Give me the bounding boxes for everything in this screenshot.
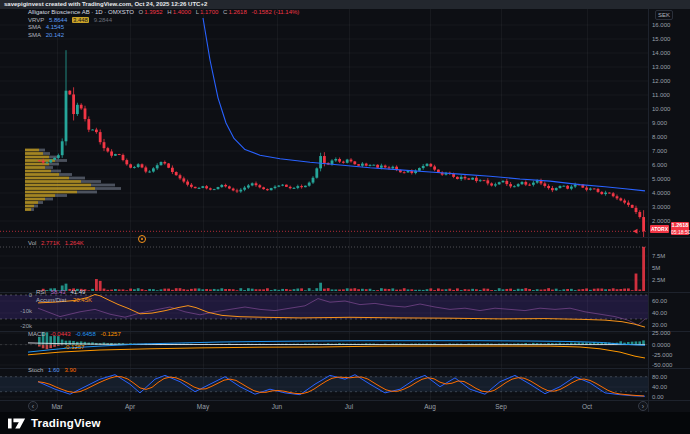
scroll-left-button[interactable]: ‹ [28,401,38,411]
tradingview-window: savepiginvest created with TradingView.c… [0,0,690,434]
open-value: 1.3952 [144,9,162,15]
rsi-label: RSI [36,289,46,295]
symbol-title: Alligator Bioscience AB · 1D · OMXSTO [28,9,134,15]
macd-label: MACD [28,331,46,337]
macd-value-1: -0.0443 [50,331,70,337]
accdist-legend-row[interactable]: Accum/Dist -20.45K [36,297,92,305]
high-key: H [167,9,171,15]
last-price-badge: 1.2618 05:18:50 [671,222,689,235]
high-value: 1.4000 [173,9,191,15]
low-key: L [196,9,199,15]
chart-canvas[interactable] [0,0,690,412]
change-value: -0.1582 (-11.14%) [251,9,299,15]
vrvp-value-1: 5.8644 [49,17,67,23]
footer-bar: TradingView [0,412,690,434]
sma1-value: 4.1545 [46,24,64,30]
close-value: 1.2618 [228,9,246,15]
open-key: O [139,9,144,15]
rsi-legend-row[interactable]: RSI 58.43 41.49 [36,289,85,297]
stoch-label: Stoch [28,367,43,373]
volume-legend-row[interactable]: Vol 2.771K 1.264K [28,240,87,248]
stoch-value-1: 1.60 [48,367,60,373]
sma2-value: 20.142 [46,32,64,38]
time-scale[interactable] [0,400,648,412]
sma1-legend-row[interactable]: SMA 4.1545 [28,24,302,32]
tradingview-brand[interactable]: TradingView [31,417,101,429]
rsi-value-1: 58.43 [51,289,66,295]
vrvp-value-2: 9.2844 [94,17,112,23]
macd-float-label: -0.1257 [64,344,84,350]
symbol-legend-row[interactable]: Alligator Bioscience AB · 1D · OMXSTO O1… [28,9,302,17]
last-price-value: 1.2618 [671,222,689,229]
sma2-label: SMA [28,32,41,38]
vrvp-poc-value: 3.448 [72,17,89,23]
macd-value-3: -0.1257 [100,331,120,337]
accdist-label: Accum/Dist [36,297,66,303]
currency-chip[interactable]: SEK [655,10,673,20]
price-scale[interactable] [648,9,690,400]
accdist-axis-tick: 0 [14,292,32,298]
bar-countdown: 05:18:50 [671,229,689,235]
accdist-axis-tick: -20k [14,323,32,329]
low-value: 1.1700 [200,9,218,15]
vrvp-label: VRVP [28,17,44,23]
scroll-right-button[interactable]: › [638,401,648,411]
stoch-value-2: 3.90 [64,367,76,373]
vrvp-legend-row[interactable]: VRVP 5.8644 3.448 9.2844 [28,17,302,25]
stoch-legend-row[interactable]: Stoch 1.60 3.90 [28,367,76,375]
close-key: C [223,9,227,15]
alert-icon[interactable] [138,235,146,243]
rsi-value-2: 41.49 [70,289,85,295]
accdist-axis-tick: -10k [14,308,32,314]
tradingview-logo-icon[interactable] [8,417,26,430]
volume-value-2: 1.264K [65,240,84,246]
ticker-badge: ATORX [650,225,669,233]
volume-label: Vol [28,240,36,246]
accdist-value: -20.45K [71,297,92,303]
volume-value-1: 2.771K [41,240,60,246]
main-legend: Alligator Bioscience AB · 1D · OMXSTO O1… [28,9,302,39]
macd-value-2: -0.6458 [75,331,95,337]
sma1-label: SMA [28,24,41,30]
macd-legend-row[interactable]: MACD -0.0443 -0.6458 -0.1257 [28,331,121,339]
sma2-legend-row[interactable]: SMA 20.142 [28,32,302,40]
